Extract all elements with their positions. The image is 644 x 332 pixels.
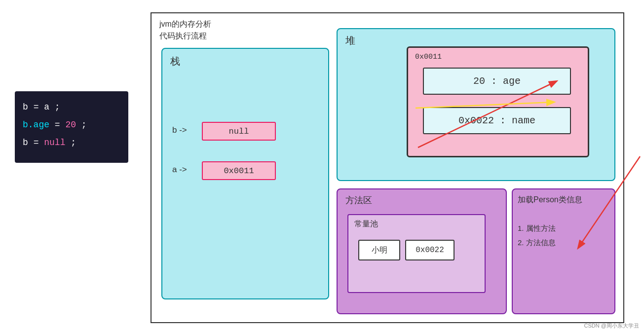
heap-area: 堆 0x0011 20 : age 0x0022 : name — [337, 28, 615, 181]
class-info-items: 1. 属性方法 2. 方法信息 — [518, 221, 556, 250]
xiaoming-box: 小明 — [358, 240, 400, 260]
b-arrow-label: b -> — [172, 125, 187, 135]
code-line-1: b = a ; — [23, 98, 120, 116]
code-num: 20 — [65, 120, 76, 130]
name-field: 0x0022 : name — [423, 107, 571, 134]
main-title: jvm的内存分析 代码执行流程 — [159, 18, 211, 42]
code-line-3: b = null ; — [23, 134, 120, 151]
const-addr-box: 0x0022 — [405, 240, 455, 260]
const-pool: 常量池 小明 0x0022 — [347, 214, 486, 293]
code-null: null — [44, 138, 65, 148]
code-b1: b — [23, 102, 28, 112]
class-info-item-1: 1. 属性方法 — [518, 221, 556, 236]
heap-object-addr: 0x0011 — [415, 53, 442, 61]
method-area-label: 方法区 — [345, 194, 372, 206]
a-arrow-label: a -> — [172, 165, 187, 175]
code-b3: b — [23, 138, 28, 148]
stack-area: 栈 b -> null a -> 0x0011 — [161, 48, 329, 299]
code-panel: b = a ; b.age = 20 ; b = null ; — [15, 91, 128, 163]
stack-label: 栈 — [170, 55, 180, 68]
method-area: 方法区 常量池 小明 0x0022 — [337, 188, 507, 314]
class-info-area: 加载Person类信息 1. 属性方法 2. 方法信息 — [512, 188, 615, 314]
heap-label: 堆 — [345, 34, 355, 47]
code-a1: a — [44, 102, 49, 112]
class-info-item-2: 2. 方法信息 — [518, 236, 556, 250]
age-field: 20 : age — [423, 68, 571, 95]
main-diagram: jvm的内存分析 代码执行流程 栈 b -> null a -> 0x0011 … — [151, 12, 624, 323]
code-line-2: b.age = 20 ; — [23, 116, 120, 134]
class-info-label: 加载Person类信息 — [518, 194, 582, 205]
watermark: CSDN @周小东大学丑 — [584, 322, 639, 330]
b-value-box: null — [202, 122, 276, 141]
code-bage: b.age — [23, 120, 49, 130]
const-pool-label: 常量池 — [354, 219, 378, 229]
heap-object: 0x0011 20 : age 0x0022 : name — [407, 46, 589, 157]
a-value-box: 0x0011 — [202, 161, 276, 180]
